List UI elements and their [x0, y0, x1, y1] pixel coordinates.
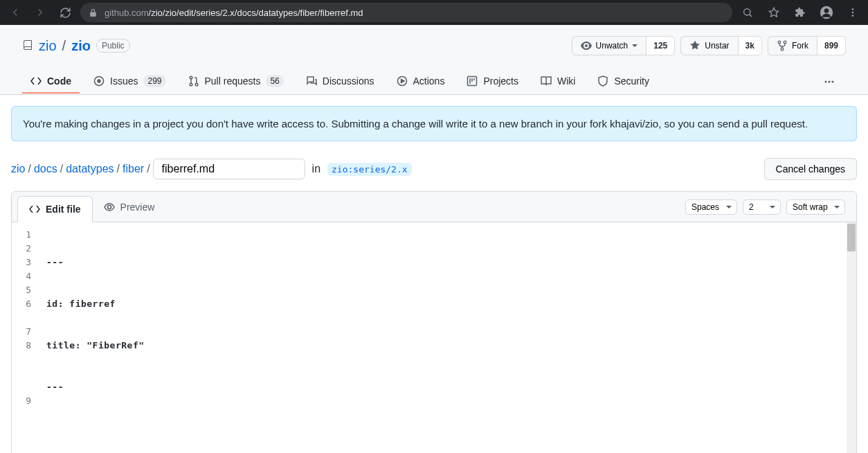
svg-point-6: [852, 12, 854, 14]
scrollbar-thumb[interactable]: [847, 224, 856, 251]
tab-more[interactable]: [813, 71, 846, 93]
scrollbar[interactable]: [847, 222, 856, 453]
svg-point-23: [829, 81, 831, 83]
svg-point-4: [824, 8, 829, 13]
issues-count: 299: [143, 75, 165, 87]
actions-icon: [397, 76, 408, 87]
tab-security[interactable]: Security: [589, 70, 658, 94]
wiki-icon: [541, 76, 552, 87]
fork-count[interactable]: 899: [817, 36, 846, 55]
svg-point-5: [852, 8, 854, 10]
bookmark-icon[interactable]: [764, 3, 784, 22]
svg-point-25: [107, 205, 111, 208]
issues-icon: [93, 76, 105, 87]
watch-button[interactable]: Unwatch: [572, 36, 647, 55]
breadcrumb-root[interactable]: zio: [11, 163, 25, 175]
zoom-icon[interactable]: [738, 3, 757, 22]
profile-icon[interactable]: [817, 3, 836, 22]
tab-edit-file[interactable]: Edit file: [17, 196, 93, 222]
repo-actions: Unwatch 125 Unstar 3k Fork 899: [572, 36, 846, 55]
star-button[interactable]: Unstar: [680, 36, 738, 55]
tab-wiki[interactable]: Wiki: [532, 70, 584, 94]
svg-point-9: [784, 41, 786, 44]
shield-icon: [597, 76, 608, 87]
tab-code[interactable]: Code: [22, 70, 80, 94]
code-editor[interactable]: 1 2 3 4 5 6 7 8 9 --- id: fiberref title…: [12, 222, 856, 453]
extensions-icon[interactable]: [790, 3, 810, 22]
eye-icon: [104, 202, 115, 213]
indent-mode-select[interactable]: Spaces: [685, 199, 737, 215]
reload-button[interactable]: [55, 3, 75, 22]
svg-point-13: [190, 76, 192, 79]
tab-discussions[interactable]: Discussions: [298, 70, 383, 94]
discussions-icon: [306, 76, 317, 87]
projects-icon: [467, 76, 478, 87]
star-count[interactable]: 3k: [739, 36, 762, 55]
tab-actions[interactable]: Actions: [388, 70, 453, 94]
svg-point-14: [190, 83, 192, 86]
filename-input[interactable]: [153, 159, 305, 179]
in-label: in: [312, 163, 320, 175]
lock-icon: [89, 8, 98, 17]
fork-icon: [777, 40, 788, 51]
code-icon: [29, 204, 40, 215]
visibility-badge: Public: [96, 39, 130, 53]
svg-point-22: [825, 81, 827, 83]
tab-projects[interactable]: Projects: [458, 70, 527, 94]
menu-icon[interactable]: [843, 3, 862, 22]
svg-point-0: [744, 9, 750, 15]
tab-issues[interactable]: Issues 299: [85, 69, 174, 94]
pulls-count: 56: [266, 75, 283, 87]
tab-preview[interactable]: Preview: [93, 195, 166, 220]
branch-badge: zio:series/2.x: [327, 163, 412, 176]
browser-toolbar: github.com/zio/zio/edit/series/2.x/docs/…: [0, 0, 868, 25]
tab-pull-requests[interactable]: Pull requests 56: [180, 69, 292, 94]
editor: Edit file Preview Spaces 2 Soft wrap 1 2…: [11, 191, 857, 453]
repo-header: zio / zio Public Unwatch 125 Unstar 3k: [0, 25, 868, 95]
main-content: You're making changes in a project you d…: [0, 95, 868, 453]
svg-marker-2: [769, 8, 778, 17]
line-numbers: 1 2 3 4 5 6 7 8 9: [12, 222, 46, 453]
svg-point-10: [781, 48, 784, 51]
wrap-mode-select[interactable]: Soft wrap: [786, 199, 845, 215]
indent-size-select[interactable]: 2: [743, 199, 781, 215]
svg-point-15: [195, 83, 198, 86]
svg-line-1: [750, 15, 752, 17]
address-bar[interactable]: github.com/zio/zio/edit/series/2.x/docs/…: [80, 3, 732, 22]
svg-point-12: [98, 80, 100, 82]
pull-request-icon: [188, 76, 199, 87]
repo-title: zio / zio Public: [22, 38, 130, 54]
url-path: /zio/zio/edit/series/2.x/docs/datatypes/…: [149, 8, 363, 18]
forward-button[interactable]: [30, 3, 50, 22]
code-content[interactable]: --- id: fiberref title: "FiberRef" --- `…: [46, 222, 856, 453]
breadcrumb-fiber[interactable]: fiber: [123, 163, 144, 175]
breadcrumb: zio / docs / datatypes / fiber / in zio:…: [11, 159, 412, 179]
eye-icon: [581, 40, 592, 51]
caret-down-icon: [632, 43, 638, 48]
svg-point-8: [778, 41, 781, 44]
breadcrumb-datatypes[interactable]: datatypes: [66, 163, 114, 175]
cancel-changes-button[interactable]: Cancel changes: [764, 158, 857, 180]
back-button[interactable]: [6, 3, 25, 22]
flash-notice: You're making changes in a project you d…: [11, 106, 857, 141]
star-icon: [689, 40, 700, 51]
code-icon: [30, 76, 42, 87]
repo-nav-tabs: Code Issues 299 Pull requests 56 Discuss…: [22, 69, 846, 94]
repo-icon: [22, 40, 33, 51]
url-host: github.com: [105, 8, 149, 18]
breadcrumb-docs[interactable]: docs: [34, 163, 57, 175]
repo-name-link[interactable]: zio: [71, 38, 91, 54]
fork-button[interactable]: Fork: [768, 36, 817, 55]
svg-marker-17: [401, 80, 404, 83]
watch-count[interactable]: 125: [647, 36, 675, 55]
svg-point-7: [852, 15, 854, 17]
repo-owner-link[interactable]: zio: [39, 38, 57, 54]
svg-point-24: [832, 81, 834, 83]
